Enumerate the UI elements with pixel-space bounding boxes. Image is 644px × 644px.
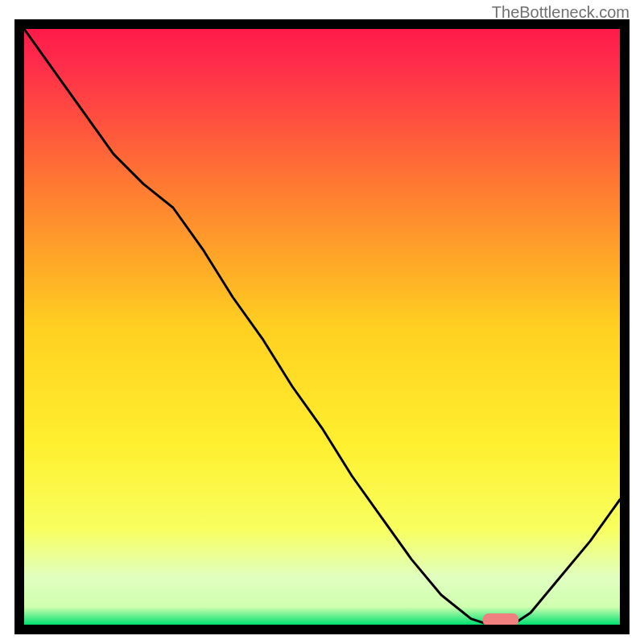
watermark-text: TheBottleneck.com xyxy=(492,3,630,22)
gradient-background xyxy=(24,29,620,625)
chart-frame xyxy=(14,19,630,634)
chart-plot xyxy=(24,29,620,625)
highlight-segment xyxy=(483,613,518,625)
